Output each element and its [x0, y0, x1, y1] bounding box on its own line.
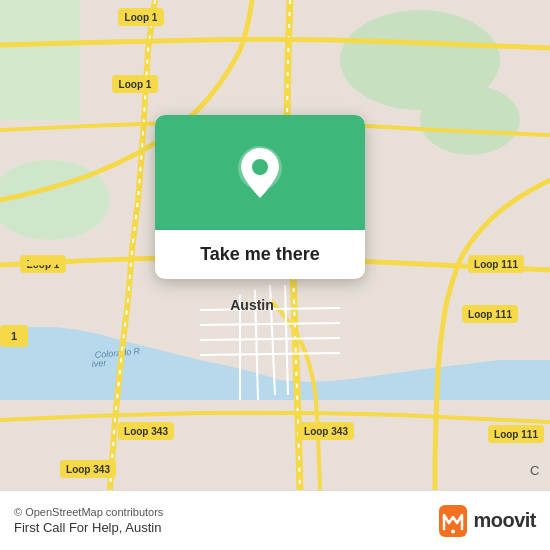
svg-text:Loop 111: Loop 111	[468, 309, 512, 320]
moovit-brand-icon	[439, 505, 467, 537]
moovit-brand-text: moovit	[473, 509, 536, 532]
attribution-text: © OpenStreetMap contributors	[14, 506, 163, 518]
svg-text:Loop 1: Loop 1	[119, 79, 152, 90]
svg-text:iver: iver	[91, 358, 107, 369]
svg-point-30	[252, 159, 268, 175]
svg-point-32	[451, 529, 455, 533]
map-container: Colorado R iver Loop 1 Loop 1 Loop 1	[0, 0, 550, 490]
svg-text:Loop 343: Loop 343	[304, 426, 348, 437]
svg-text:Loop 343: Loop 343	[124, 426, 168, 437]
svg-text:1: 1	[11, 330, 17, 342]
moovit-logo[interactable]: moovit	[439, 505, 536, 537]
svg-text:Loop 343: Loop 343	[66, 464, 110, 475]
bottom-bar: © OpenStreetMap contributors First Call …	[0, 490, 550, 550]
svg-text:Austin: Austin	[230, 297, 274, 313]
svg-text:C: C	[530, 463, 539, 478]
svg-text:Loop 111: Loop 111	[494, 429, 538, 440]
take-me-there-button[interactable]: Take me there	[184, 230, 336, 279]
popup-card: Take me there	[155, 115, 365, 279]
svg-text:Loop 111: Loop 111	[474, 259, 518, 270]
svg-text:Loop 1: Loop 1	[125, 12, 158, 23]
popup-green-header	[155, 115, 365, 230]
location-pin-icon	[235, 143, 285, 203]
svg-point-2	[420, 85, 520, 155]
svg-rect-3	[0, 0, 80, 120]
location-label: First Call For Help, Austin	[14, 520, 163, 535]
